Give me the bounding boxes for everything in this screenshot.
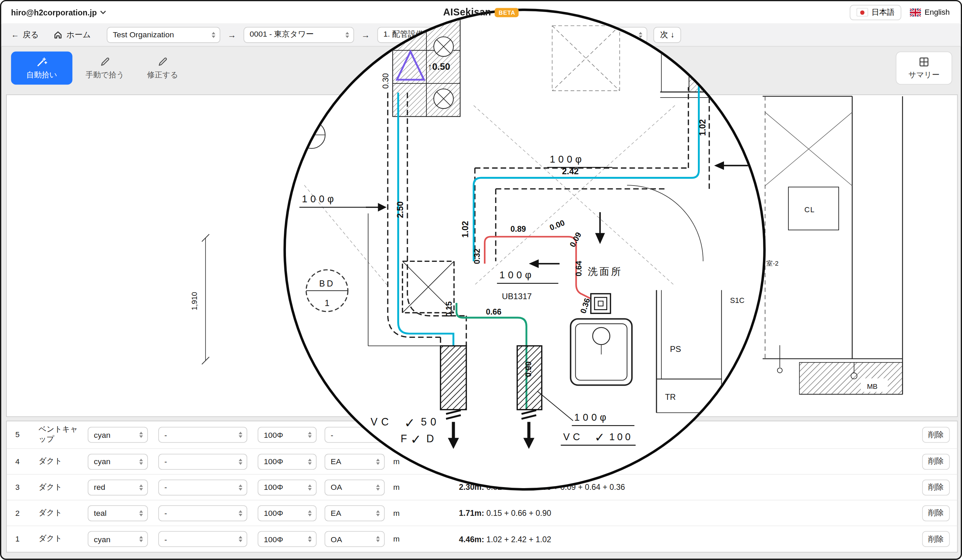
row-type-label: ダクト: [39, 457, 82, 466]
lang-english-label: English: [925, 8, 950, 16]
fix-label: 修正する: [147, 69, 178, 80]
organization-select[interactable]: Test Organization: [107, 27, 220, 43]
size-select[interactable]: 100Φ: [258, 454, 316, 470]
color-select[interactable]: cyan: [88, 427, 148, 443]
size-select[interactable]: 100Φ: [258, 531, 316, 547]
system-select[interactable]: EA: [324, 454, 385, 470]
summary-label: サマリー: [908, 69, 939, 80]
select-value: EA: [331, 457, 341, 466]
room-label-washroom: 洗面所: [588, 266, 623, 277]
measure-label: 1.02: [460, 221, 470, 238]
chevron-updown-icon: [211, 32, 215, 38]
magnifier-drawing: ↑0.50 0.30 F: [286, 11, 763, 488]
table-row: 2 ダクト teal - 100Φ EA m 1.71m: 0.15 + 0.6…: [7, 500, 957, 526]
fix-button[interactable]: 修正する: [137, 51, 188, 85]
option-select[interactable]: -: [158, 531, 247, 547]
pipe-size-label: 100φ: [574, 412, 609, 423]
chevron-updown-icon: [139, 458, 143, 465]
select-value: -: [165, 534, 167, 544]
delete-button[interactable]: 削除: [922, 454, 950, 470]
size-select[interactable]: 100Φ: [258, 427, 316, 443]
option-select[interactable]: -: [158, 505, 247, 521]
option-select[interactable]: -: [158, 454, 247, 470]
unit-label: m: [393, 509, 405, 517]
delete-button[interactable]: 削除: [922, 427, 950, 443]
app-title-wrap: AISekisan BETA: [443, 2, 519, 23]
option-select[interactable]: -: [158, 427, 247, 443]
home-button[interactable]: ホーム: [53, 29, 91, 40]
row-number: 2: [15, 509, 28, 517]
color-select[interactable]: teal: [88, 505, 148, 521]
row-number: 3: [15, 483, 28, 492]
size-select[interactable]: 100Φ: [258, 479, 316, 495]
measure-label: 0.36: [578, 297, 592, 315]
option-select[interactable]: -: [158, 479, 247, 495]
chevron-updown-icon: [308, 432, 312, 438]
select-value: 100Φ: [264, 534, 283, 544]
pencil-icon: [99, 56, 110, 67]
fixture-label-ub: UB1317: [502, 292, 531, 301]
row-number: 5: [15, 431, 28, 439]
select-value: OA: [331, 534, 342, 544]
project-select[interactable]: 0001 - 東京タワー: [244, 27, 354, 43]
system-select[interactable]: OA: [324, 531, 385, 547]
row-total-value: 4.46m:: [459, 534, 484, 544]
delete-button[interactable]: 削除: [922, 479, 950, 495]
uk-flag-icon: [910, 8, 921, 16]
chevron-updown-icon: [139, 484, 143, 490]
summary-button[interactable]: サマリー: [896, 51, 952, 85]
lang-japanese-button[interactable]: 日本語: [849, 5, 901, 20]
chevron-updown-icon: [239, 536, 242, 542]
room-label-s1c: S1C: [730, 296, 744, 305]
measure-label: 0.15: [444, 301, 454, 317]
row-total: 4.46m: 1.02 + 2.42 + 1.02: [459, 534, 551, 544]
room-label-cl: CL: [804, 206, 815, 214]
measure-label: 0.00: [548, 218, 566, 232]
account-email: hiro@h2corporation.jp: [11, 8, 97, 17]
select-value: 100Φ: [264, 430, 283, 439]
lang-english-button[interactable]: English: [906, 5, 954, 20]
select-value: OA: [331, 483, 342, 492]
back-button[interactable]: ← 戻る: [11, 29, 39, 40]
select-value: Test Organization: [113, 30, 174, 39]
next-button[interactable]: 次 ↓: [654, 27, 681, 43]
bd-bubble-number: 1: [324, 298, 329, 308]
pencil-icon: [157, 56, 168, 67]
chevron-updown-icon: [139, 536, 143, 542]
room-label-mb: MB: [867, 382, 877, 390]
room-label-tr: TR: [665, 393, 676, 402]
back-arrow-icon: ←: [11, 30, 19, 39]
color-select[interactable]: red: [88, 479, 148, 495]
arrow-right-icon: →: [228, 30, 236, 40]
delete-button[interactable]: 削除: [922, 531, 950, 547]
row-type-label: ベントキャップ: [39, 425, 82, 444]
system-select[interactable]: OA: [324, 479, 385, 495]
chevron-updown-icon: [139, 432, 143, 438]
system-select[interactable]: EA: [324, 505, 385, 521]
measure-label: 0.64: [574, 261, 583, 276]
select-value: -: [165, 430, 167, 439]
auto-pick-button[interactable]: 自動拾い: [11, 51, 72, 85]
chevron-updown-icon: [308, 536, 312, 542]
unit-label: m: [393, 535, 405, 543]
magnifier-lens[interactable]: ↑0.50 0.30 F: [284, 8, 766, 491]
color-select[interactable]: cyan: [88, 531, 148, 547]
row-number: 1: [15, 535, 28, 543]
delete-button[interactable]: 削除: [922, 505, 950, 521]
account-menu[interactable]: hiro@h2corporation.jp: [11, 2, 106, 23]
size-select[interactable]: 100Φ: [258, 505, 316, 521]
manual-pick-button[interactable]: 手動で拾う: [77, 51, 132, 85]
auto-pick-label: 自動拾い: [26, 69, 57, 80]
dimension-label: 1,910: [190, 292, 199, 311]
pick-check-icon: ✓: [404, 416, 415, 430]
pick-check-icon: ✓: [411, 432, 421, 447]
measure-label: 0.30: [381, 73, 390, 89]
row-total: 1.71m: 0.15 + 0.66 + 0.90: [459, 509, 551, 518]
select-value: -: [165, 457, 167, 466]
measure-label: 2.42: [562, 166, 579, 176]
color-select[interactable]: cyan: [88, 454, 148, 470]
chevron-down-icon: [100, 10, 106, 14]
select-value: red: [94, 483, 105, 492]
pipe-size-label: 100φ: [550, 154, 584, 165]
chevron-updown-icon: [239, 458, 242, 465]
